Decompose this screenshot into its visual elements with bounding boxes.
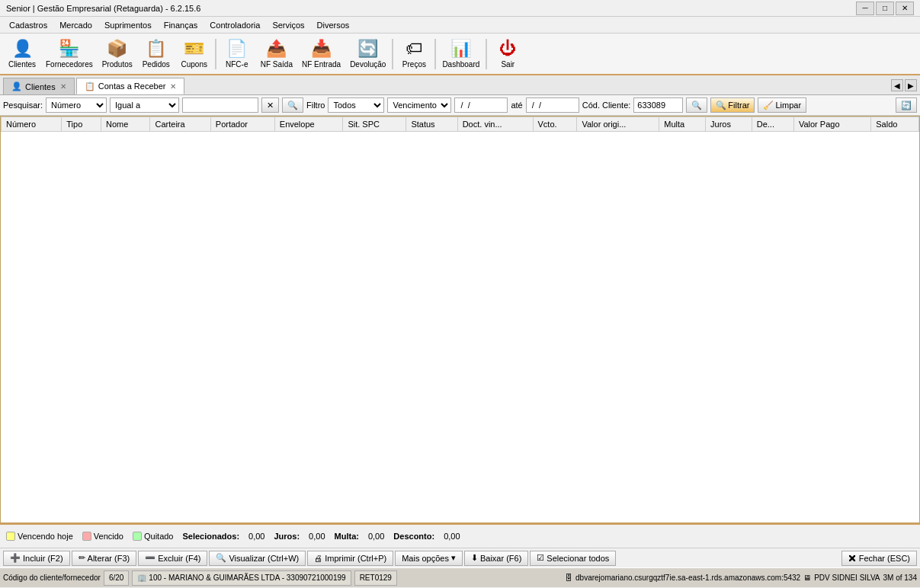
legend-vencendo-hoje-dot (6, 532, 15, 541)
legend-vencido-dot (82, 532, 91, 541)
toolbar-dashboard[interactable]: 📊 Dashboard (438, 37, 484, 70)
title-bar: Senior | Gestão Empresarial (Retaguarda)… (0, 0, 920, 17)
filtro-select[interactable]: Todos Pendente Quitado (328, 97, 384, 113)
selecionar-todos-icon: ☑ (537, 553, 544, 563)
clear-search-button[interactable]: ✕ (261, 97, 279, 113)
taskbar-pdv-label: PDV SIDNEI SILVA (814, 574, 880, 582)
visualizar-icon: 🔍 (216, 553, 226, 563)
filtrar-btn-container: 🔍 Filtrar (710, 97, 755, 113)
main-content: Número Tipo Nome Carteira Portador Envel… (0, 116, 920, 523)
toolbar: 👤 Clientes 🏪 Fornecedores 📦 Produtos 📋 P… (0, 34, 920, 75)
col-portador: Portador (210, 117, 274, 132)
tab-clientes[interactable]: 👤 Clientes ✕ (3, 78, 75, 94)
selecionar-todos-button[interactable]: ☑ Selecionar todos (530, 551, 616, 566)
taskbar-page[interactable]: 6/20 (104, 570, 129, 586)
produtos-icon: 📦 (107, 39, 127, 59)
toolbar-nf-entrada[interactable]: 📥 NF Entrada (297, 37, 345, 70)
title-text: Senior | Gestão Empresarial (Retaguarda)… (6, 4, 200, 13)
action-bar: ➕ Incluir (F2) ✏ Alterar (F3) ➖ Excluir … (0, 548, 920, 567)
excluir-button[interactable]: ➖ Excluir (F4) (138, 551, 207, 566)
tab-nav-prev[interactable]: ◀ (891, 79, 903, 91)
fornecedores-label: Fornecedores (46, 60, 93, 69)
menu-bar: Cadastros Mercado Suprimentos Finanças C… (0, 17, 920, 34)
tab-nav-next[interactable]: ▶ (905, 79, 917, 91)
data-table: Número Tipo Nome Carteira Portador Envel… (1, 117, 919, 132)
col-doct-vin: Doct. vin... (457, 117, 533, 132)
minimize-button[interactable]: ─ (856, 2, 874, 15)
legend-vencendo-hoje: Vencendo hoje (6, 532, 73, 541)
menu-mercado[interactable]: Mercado (53, 19, 98, 31)
col-numero: Número (2, 117, 62, 132)
taskbar-company[interactable]: 🏢 100 - MARIANO & GUIMARÃES LTDA - 33090… (132, 570, 351, 586)
cupons-label: Cupons (181, 60, 207, 69)
desconto-label: Desconto: (393, 532, 434, 541)
close-window-button[interactable]: ✕ (896, 2, 914, 15)
condicao-select[interactable]: Igual a Contém Começa com (110, 97, 179, 113)
toolbar-fornecedores[interactable]: 🏪 Fornecedores (41, 37, 98, 70)
selecionados-label: Selecionados: (182, 532, 239, 541)
tab-contas-a-receber[interactable]: 📋 Contas a Receber ✕ (76, 78, 185, 94)
fechar-label: Fechar (ESC) (859, 554, 910, 563)
col-multa: Multa (659, 117, 706, 132)
visualizar-label: Visualizar (Ctrl+W) (229, 554, 299, 563)
toolbar-cupons[interactable]: 🎫 Cupons (175, 37, 213, 70)
col-sit-spc: Sit. SPC (343, 117, 406, 132)
legend-vencido-label: Vencido (94, 532, 123, 541)
menu-controladoria[interactable]: Controladoria (204, 19, 266, 31)
menu-financas[interactable]: Finanças (158, 19, 204, 31)
refresh-button[interactable]: 🔄 (896, 97, 917, 113)
taskbar-page-info: 3M of 134 (883, 574, 917, 582)
search-button[interactable]: 🔍 (282, 97, 303, 113)
limpar-icon: 🧹 (763, 101, 774, 110)
status-bar: Vencendo hoje Vencido Quitado Selecionad… (0, 523, 920, 548)
mais-opcoes-button[interactable]: Mais opções ▾ (395, 551, 463, 566)
menu-diversos[interactable]: Diversos (311, 19, 356, 31)
col-valor-origi: Valor origi... (577, 117, 659, 132)
limpar-button[interactable]: 🧹 Limpar (758, 97, 806, 113)
juros-label: Juros: (274, 532, 300, 541)
cod-cliente-input[interactable] (633, 97, 683, 113)
menu-servicos[interactable]: Serviços (266, 19, 310, 31)
toolbar-precos[interactable]: 🏷 Preços (395, 37, 433, 70)
nfc-e-icon: 📄 (226, 39, 247, 59)
toolbar-nf-saida[interactable]: 📤 NF Saída (256, 37, 297, 70)
taskbar-ret[interactable]: RET0129 (354, 570, 397, 586)
filtrar-button[interactable]: 🔍 Filtrar (710, 97, 755, 113)
cod-cliente-search-button[interactable]: 🔍 (686, 97, 707, 113)
alterar-button[interactable]: ✏ Alterar (F3) (72, 551, 137, 566)
col-vcto: Vcto. (533, 117, 577, 132)
baixar-button[interactable]: ⬇ Baixar (F6) (464, 551, 528, 566)
imprimir-button[interactable]: 🖨 Imprimir (Ctrl+P) (307, 551, 393, 566)
toolbar-nfc-e[interactable]: 📄 NFC-e (218, 37, 256, 70)
visualizar-button[interactable]: 🔍 Visualizar (Ctrl+W) (209, 551, 306, 566)
vencimento-select[interactable]: Vencimento Emissão Pagamento (387, 97, 451, 113)
pedidos-icon: 📋 (146, 39, 166, 59)
cupons-icon: 🎫 (184, 39, 204, 59)
date-to-input[interactable] (526, 97, 579, 113)
pesquisar-select[interactable]: Número Nome CPF/CNPJ (46, 97, 107, 113)
tab-clientes-close[interactable]: ✕ (60, 82, 66, 91)
tab-clientes-label: Clientes (25, 82, 56, 91)
toolbar-devolucao[interactable]: 🔄 Devolução (345, 37, 390, 70)
menu-suprimentos[interactable]: Suprimentos (98, 19, 158, 31)
toolbar-clientes[interactable]: 👤 Clientes (3, 37, 41, 70)
toolbar-pedidos[interactable]: 📋 Pedidos (137, 37, 175, 70)
devolucao-icon: 🔄 (357, 39, 378, 59)
limpar-label: Limpar (775, 101, 801, 110)
filtro-label: Filtro (306, 101, 325, 110)
maximize-button[interactable]: □ (876, 2, 894, 15)
multa-value: 0,00 (368, 532, 384, 541)
taskbar: Código do cliente/fornecedor 6/20 🏢 100 … (0, 567, 920, 587)
precos-label: Preços (402, 60, 426, 69)
search-input[interactable] (182, 97, 258, 113)
fechar-button[interactable]: 🗙 Fechar (ESC) (841, 551, 917, 566)
menu-cadastros[interactable]: Cadastros (3, 19, 53, 31)
tab-contas-close[interactable]: ✕ (170, 82, 176, 91)
imprimir-label: Imprimir (Ctrl+P) (325, 554, 386, 563)
date-from-input[interactable] (454, 97, 508, 113)
col-envelope: Envelope (274, 117, 343, 132)
incluir-button[interactable]: ➕ Incluir (F2) (3, 551, 70, 566)
toolbar-sair[interactable]: ⏻ Sair (489, 37, 527, 70)
legend-quitado: Quitado (133, 532, 174, 541)
toolbar-produtos[interactable]: 📦 Produtos (98, 37, 137, 70)
